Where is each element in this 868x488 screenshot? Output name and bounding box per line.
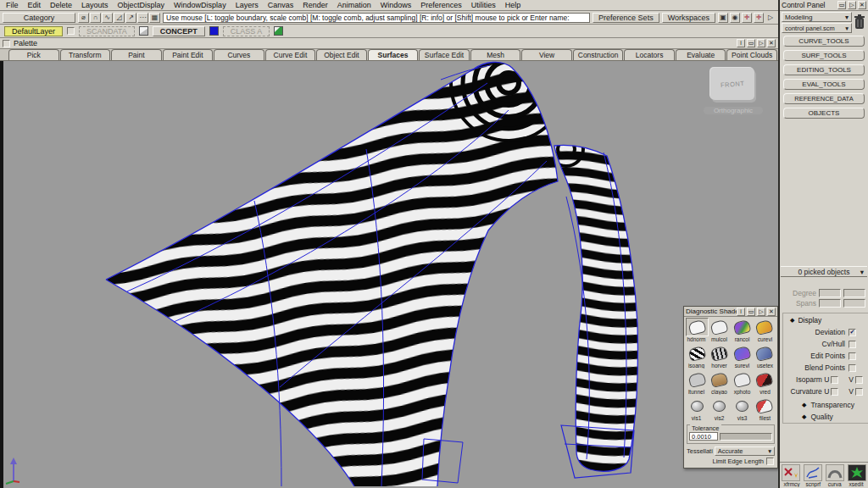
tab-construction[interactable]: Construction — [573, 49, 624, 60]
diag-restore-icon[interactable]: ▭ — [747, 308, 755, 316]
surface-snap-icon[interactable]: ◿ — [114, 13, 125, 23]
pick-component-icon[interactable]: ✛ — [742, 13, 752, 23]
picked-objects-dropdown[interactable]: 0 picked objects ▾ — [781, 266, 867, 277]
palette-info-icon[interactable]: i — [737, 39, 745, 47]
shelf-scnprf-icon[interactable] — [804, 464, 822, 481]
default-layer-chip[interactable]: DefaultLayer — [4, 26, 63, 36]
diag-icon-vis2[interactable] — [709, 396, 732, 415]
diag-icon-clayao[interactable] — [709, 370, 732, 389]
class-a-swatch[interactable] — [274, 26, 283, 36]
more-options-icon[interactable]: ⋯ — [137, 13, 148, 23]
mode-dropdown[interactable]: Modeling ▾ — [782, 12, 852, 22]
palette-drag-handle[interactable] — [3, 40, 10, 47]
isoparm-v-checkbox[interactable] — [855, 376, 863, 384]
tab-curves[interactable]: Curves — [214, 49, 264, 60]
class-a-layer-chip[interactable]: CLASS A — [223, 26, 270, 36]
display-expander-icon[interactable]: ◆ — [790, 317, 794, 324]
tab-locators[interactable]: Locators — [624, 49, 675, 60]
shelf-xfrmcy-icon[interactable] — [782, 464, 800, 481]
concept-layer-button[interactable]: CONCEPT — [153, 26, 205, 36]
diag-icon-hdnorm[interactable] — [686, 318, 709, 336]
tab-view[interactable]: View — [521, 49, 572, 60]
tab-surface-edit[interactable]: Surface Edit — [419, 49, 470, 60]
tessellation-dropdown[interactable]: Accurate ▾ — [715, 446, 775, 456]
pick-snap-icon[interactable]: ↗ — [125, 13, 136, 23]
cp-expand-icon[interactable]: ▷ — [848, 1, 856, 9]
quality-section[interactable]: ◆ Quality — [783, 409, 868, 421]
diag-close-icon[interactable]: ✕ — [767, 308, 776, 316]
prompt-history-icon[interactable]: ▦ — [149, 13, 160, 23]
blend-points-checkbox[interactable] — [849, 364, 856, 372]
tab-surfaces[interactable]: Surfaces — [368, 49, 419, 60]
palette-expand-icon[interactable]: ▷ — [757, 39, 765, 47]
control-panel-titlebar[interactable]: Control Panel ▭ ▷ ✕ — [780, 0, 868, 11]
curve-snap-icon[interactable]: ∿ — [102, 13, 113, 23]
diag-icon-rancol[interactable] — [731, 318, 754, 336]
menu-item-layers[interactable]: Layers — [236, 1, 259, 9]
scheme-dropdown[interactable]: control panel.scm ▾ — [782, 23, 852, 33]
tab-object-edit[interactable]: Object Edit — [316, 49, 367, 60]
diag-icon-horver[interactable] — [709, 344, 732, 363]
menu-item-delete[interactable]: Delete — [50, 1, 72, 9]
eval-tools-button[interactable]: EVAL_TOOLS — [783, 79, 865, 90]
modeling-viewport[interactable]: FRONT Orthographic Diagnostic Shade i ▭ … — [0, 61, 778, 488]
tab-mesh[interactable]: Mesh — [470, 49, 521, 60]
cp-close-icon[interactable]: ✕ — [858, 1, 866, 9]
spans-u-field[interactable] — [819, 299, 841, 308]
objects-button[interactable]: OBJECTS — [783, 108, 865, 119]
tab-evaluate[interactable]: Evaluate — [676, 49, 726, 60]
scandata-swatch[interactable] — [139, 26, 148, 36]
cvhull-checkbox[interactable] — [849, 341, 856, 348]
diag-icon-ltunnel[interactable] — [686, 370, 709, 389]
curve-tools-button[interactable]: CURVE_TOOLS — [783, 36, 865, 47]
transparency-section[interactable]: ◆ Transparency — [783, 397, 868, 409]
menu-item-windowdisplay[interactable]: WindowDisplay — [174, 1, 226, 9]
diag-info-icon[interactable]: i — [737, 308, 745, 316]
pick-template-icon[interactable]: ✛ — [754, 13, 764, 23]
grid-snap-icon[interactable]: ∩ — [90, 13, 101, 23]
curvature-u-checkbox[interactable] — [831, 388, 838, 396]
menu-item-preferences[interactable]: Preferences — [420, 1, 462, 9]
no-snap-icon[interactable]: ⌀ — [78, 13, 89, 23]
diagnostic-shade-window[interactable]: Diagnostic Shade i ▭ ▷ ✕ hdnorm — [683, 306, 778, 469]
menu-item-animation[interactable]: Animation — [337, 1, 371, 9]
menu-item-utilities[interactable]: Utilities — [471, 1, 496, 9]
view-cube[interactable]: FRONT — [710, 68, 754, 100]
palette-close-icon[interactable]: ✕ — [767, 39, 776, 47]
concept-color-swatch[interactable] — [209, 26, 219, 36]
prompt-line-input[interactable]: Use mouse [L: toggle boundary, scale com… — [163, 13, 590, 23]
palette-titlebar[interactable]: Palette i ▭ ▷ ✕ — [0, 38, 778, 49]
layer-checkbox[interactable] — [67, 27, 75, 35]
diag-icon-vis3[interactable] — [731, 396, 754, 415]
shelf-curva-icon[interactable] — [826, 464, 844, 481]
shelf-xsedit-icon[interactable] — [848, 464, 866, 481]
palette-restore-icon[interactable]: ▭ — [747, 39, 755, 47]
diag-icon-mulcol[interactable] — [709, 318, 732, 336]
tab-paint-edit[interactable]: Paint Edit — [163, 49, 214, 60]
diagnostic-shade-titlebar[interactable]: Diagnostic Shade i ▭ ▷ ✕ — [684, 307, 777, 317]
zebra-surface-model[interactable] — [0, 61, 778, 488]
curvature-v-checkbox[interactable] — [855, 388, 863, 396]
menu-item-canvas[interactable]: Canvas — [268, 1, 294, 9]
trash-icon[interactable] — [854, 14, 865, 30]
transparency-expander-icon[interactable]: ◆ — [802, 402, 806, 408]
quality-expander-icon[interactable]: ◆ — [802, 413, 806, 420]
tab-pick[interactable]: Pick — [8, 49, 59, 60]
tab-paint[interactable]: Paint — [111, 49, 162, 60]
diag-icon-vred[interactable] — [754, 370, 776, 389]
diag-icon-filest[interactable] — [754, 396, 776, 415]
hotbox-icon[interactable]: ▣ — [718, 13, 728, 23]
isoparm-u-checkbox[interactable] — [831, 376, 838, 384]
diag-icon-xphoto[interactable] — [731, 370, 754, 389]
deviation-checkbox[interactable]: ✔ — [849, 329, 856, 336]
tolerance-slider[interactable] — [720, 433, 772, 441]
menu-item-objectdisplay[interactable]: ObjectDisplay — [118, 1, 165, 9]
pick-object-icon[interactable]: ◉ — [730, 13, 740, 23]
diag-icon-usetex[interactable] — [754, 344, 776, 363]
menu-item-render[interactable]: Render — [303, 1, 328, 9]
menu-item-layouts[interactable]: Layouts — [81, 1, 108, 9]
tab-curve-edit[interactable]: Curve Edit — [265, 49, 316, 60]
preference-sets-button[interactable]: Preference Sets — [593, 13, 659, 23]
edit-points-checkbox[interactable] — [849, 352, 856, 360]
menu-item-file[interactable]: File — [6, 1, 19, 9]
